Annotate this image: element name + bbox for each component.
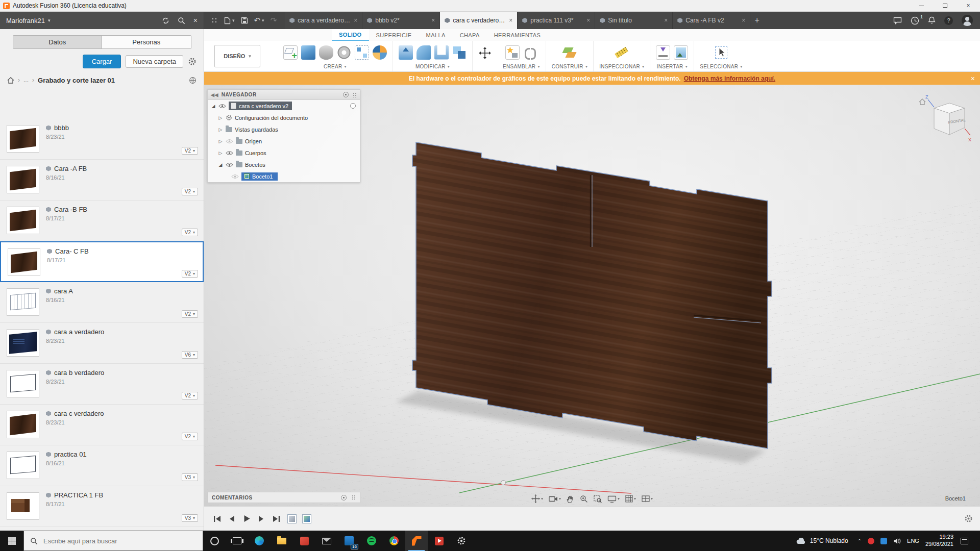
ribbon-tab-superficie[interactable]: SUPERFICIE — [369, 29, 419, 41]
volume-icon[interactable] — [893, 538, 901, 544]
group-label-insertar[interactable]: INSERTAR — [657, 64, 688, 71]
ribbon-tab-herramientas[interactable]: HERRAMIENTAS — [487, 29, 548, 41]
pattern-icon[interactable] — [355, 45, 369, 60]
job-status-icon[interactable]: 1 — [911, 16, 919, 25]
list-item[interactable]: cara a verdadero 8/23/21 V6 — [0, 323, 204, 364]
expander-icon[interactable]: ◢ — [211, 104, 216, 109]
visibility-eye-icon[interactable] — [226, 151, 233, 156]
tree-row-root[interactable]: ◢ cara c verdadero v2 — [208, 100, 360, 112]
comments-panel[interactable]: COMENTARIOS — [207, 492, 360, 503]
home-icon[interactable] — [7, 77, 14, 84]
play-icon[interactable] — [241, 513, 252, 524]
document-tab[interactable]: practica 111 v3* × — [518, 12, 595, 29]
list-item[interactable]: Cara -B FB 8/17/21 V2 — [0, 201, 204, 241]
zoom-icon[interactable] — [580, 495, 588, 503]
collapse-panel-icon[interactable]: ◀◀ — [211, 92, 218, 97]
media-player-icon[interactable] — [428, 531, 450, 551]
document-tab[interactable]: bbbb v2* × — [362, 12, 440, 29]
viewports-icon[interactable]: ▾ — [642, 495, 653, 502]
panel-options-icon[interactable] — [341, 495, 347, 500]
step-forward-icon[interactable] — [256, 513, 267, 524]
username[interactable]: Mariofrank21 — [6, 17, 45, 24]
tree-row-document-settings[interactable]: ▷ Configuración del documento — [208, 112, 360, 123]
group-label-crear[interactable]: CREAR — [324, 64, 347, 71]
press-pull-icon[interactable] — [399, 45, 413, 60]
list-item[interactable]: practica 111 8/23/21 V3 — [0, 527, 204, 531]
search-icon[interactable] — [178, 17, 185, 24]
origin-point[interactable] — [501, 481, 506, 485]
breadcrumb-folder[interactable]: Grabado y corte lazer 01 — [38, 77, 115, 84]
tab-close-icon[interactable]: × — [431, 17, 435, 24]
tree-row-sketch1[interactable]: Boceto1 — [208, 170, 360, 182]
sync-icon[interactable] — [189, 77, 197, 84]
close-button[interactable]: × — [957, 0, 980, 11]
version-dropdown[interactable]: V2 — [182, 392, 198, 399]
go-to-end-icon[interactable] — [271, 513, 282, 524]
version-dropdown[interactable]: V2 — [182, 188, 198, 195]
expander-icon[interactable]: ◢ — [218, 162, 223, 167]
tab-close-icon[interactable]: × — [509, 17, 512, 24]
mail-icon[interactable] — [315, 531, 338, 551]
move-copy-icon[interactable] — [478, 46, 492, 60]
edge-icon[interactable] — [248, 531, 271, 551]
user-avatar[interactable] — [962, 15, 973, 26]
sketch-node-selected[interactable]: Boceto1 — [241, 172, 278, 181]
tree-row-bodies[interactable]: ▷ Cuerpos — [208, 147, 360, 159]
tree-row-origin[interactable]: ▷ Origen — [208, 135, 360, 147]
feedback-icon[interactable] — [893, 17, 902, 24]
new-tab-button[interactable]: + — [750, 12, 764, 29]
settings-icon[interactable] — [450, 531, 473, 551]
list-item[interactable]: practica 01 8/16/21 V3 — [0, 445, 204, 486]
shell-icon[interactable] — [434, 45, 449, 60]
panel-settings-gear-icon[interactable] — [188, 57, 197, 66]
expander-icon[interactable]: ▷ — [218, 115, 223, 120]
list-item[interactable]: cara b verdadero 8/23/21 V2 — [0, 364, 204, 405]
panel-drag-handle[interactable] — [353, 92, 357, 97]
save-icon[interactable] — [241, 17, 248, 24]
activate-radio[interactable] — [350, 103, 356, 109]
spotify-icon[interactable] — [360, 531, 383, 551]
canvas-icon[interactable] — [674, 45, 688, 60]
close-panel-icon[interactable]: × — [193, 16, 198, 24]
warning-close-icon[interactable]: × — [971, 74, 975, 83]
cylinder-primitive-icon[interactable] — [319, 45, 333, 60]
fusion360-taskbar-icon[interactable] — [405, 531, 428, 551]
tab-close-icon[interactable]: × — [586, 17, 590, 24]
search-input[interactable] — [42, 537, 185, 545]
expander-icon[interactable]: ▷ — [218, 151, 223, 156]
group-label-modificar[interactable]: MODIFICAR — [415, 64, 450, 71]
tray-app-icon-red[interactable] — [868, 538, 874, 544]
language-indicator[interactable]: ENG — [907, 538, 919, 544]
document-tab[interactable]: Sin título × — [595, 12, 673, 29]
home-icon[interactable] — [919, 99, 925, 105]
clock[interactable]: 19:23 29/08/2021 — [925, 534, 953, 548]
tab-datos[interactable]: Datos — [13, 36, 102, 48]
panel-drag-handle[interactable] — [352, 495, 356, 500]
zoom-window-icon[interactable] — [594, 495, 602, 503]
document-tab[interactable]: cara a verdadero v6* × — [285, 12, 362, 29]
step-back-icon[interactable] — [226, 513, 237, 524]
coil-icon[interactable] — [373, 45, 387, 60]
version-dropdown[interactable]: V2 — [182, 310, 198, 318]
list-item[interactable]: Cara -A FB 8/16/21 V2 — [0, 160, 204, 201]
file-menu-icon[interactable]: ▾ — [224, 17, 235, 24]
list-item[interactable]: PRACTICA 1 FB 8/17/21 V3 — [0, 486, 204, 527]
ribbon-tab-malla[interactable]: MALLA — [419, 29, 453, 41]
store-icon[interactable] — [293, 531, 315, 551]
start-button[interactable] — [0, 531, 23, 551]
task-view-icon[interactable] — [226, 531, 248, 551]
redo-icon[interactable]: ↷ — [271, 16, 277, 25]
maximize-button[interactable] — [933, 0, 957, 11]
fillet-icon[interactable] — [416, 45, 431, 60]
data-panel-toggle-icon[interactable] — [211, 17, 218, 24]
visibility-eye-off-icon[interactable] — [226, 139, 233, 144]
notifications-bell-icon[interactable] — [928, 16, 936, 24]
version-dropdown[interactable]: V2 — [182, 229, 198, 236]
measure-icon[interactable] — [615, 45, 629, 60]
grid-snap-icon[interactable]: ▾ — [625, 495, 636, 503]
3d-viewport[interactable]: ◀◀ NAVEGADOR ◢ cara c verdadero v2 ▷ — [204, 85, 980, 506]
breadcrumb-ellipsis[interactable]: ... — [23, 77, 29, 84]
display-settings-icon[interactable]: ▾ — [607, 495, 620, 503]
tree-row-sketches[interactable]: ◢ Bocetos — [208, 159, 360, 170]
root-node-selected[interactable]: cara c verdadero v2 — [229, 102, 292, 110]
